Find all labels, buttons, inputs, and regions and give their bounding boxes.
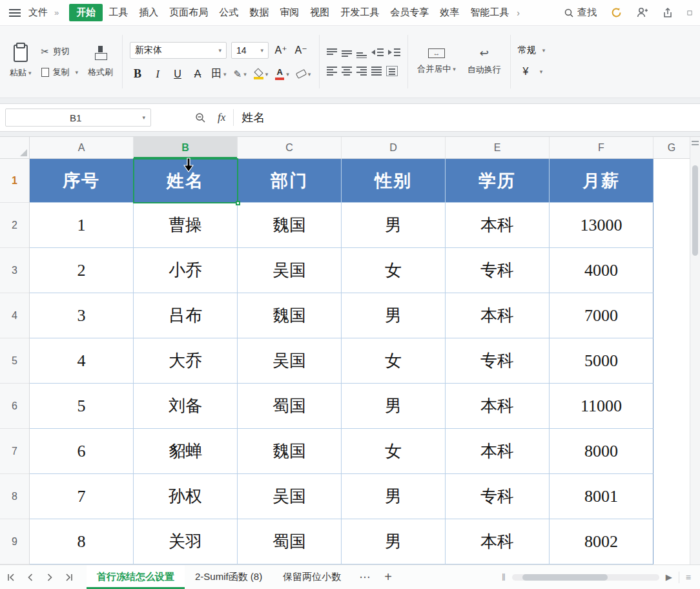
collapse-tabs-icon[interactable]: » (54, 8, 59, 17)
clear-format-button[interactable]: ▾ (295, 67, 313, 82)
menu-tab-10[interactable]: 效率 (435, 4, 464, 21)
align-left-button[interactable] (327, 66, 337, 76)
cell-F7[interactable]: 8000 (550, 429, 654, 474)
horizontal-scrollbar-thumb[interactable] (522, 574, 608, 581)
cell-D7[interactable]: 女 (342, 429, 446, 474)
align-middle-button[interactable] (342, 48, 352, 58)
cell-B9[interactable]: 关羽 (134, 519, 238, 564)
menu-tab-11[interactable]: 智能工具 (465, 4, 514, 21)
name-box[interactable]: B1 ▾ (5, 108, 151, 127)
cell-A6[interactable]: 5 (30, 384, 134, 429)
clipped-toolbar-icon[interactable] (687, 6, 692, 19)
sheet-tab-0[interactable]: 首行冻结怎么设置 (87, 565, 185, 589)
cut-button[interactable]: ✂ 剪切 (41, 46, 79, 57)
cell-F1[interactable]: 月薪 (550, 159, 654, 203)
cell-B6[interactable]: 刘备 (134, 384, 238, 429)
row-header-6[interactable]: 6 (0, 384, 29, 429)
cell-A5[interactable]: 4 (30, 338, 134, 384)
search-button[interactable]: 查找 (564, 6, 597, 19)
cell-F3[interactable]: 4000 (550, 248, 654, 293)
row-header-4[interactable]: 4 (0, 293, 29, 338)
cell-C7[interactable]: 魏国 (238, 429, 342, 474)
invite-user-button[interactable] (635, 6, 648, 19)
cell-C1[interactable]: 部门 (238, 159, 342, 203)
insert-function-button[interactable]: fx (218, 111, 225, 124)
cell-A3[interactable]: 2 (30, 248, 134, 293)
cell-E1[interactable]: 学历 (446, 159, 550, 203)
menu-tab-9[interactable]: 会员专享 (385, 4, 434, 21)
cell-G5[interactable] (654, 338, 690, 384)
menu-tab-5[interactable]: 数据 (244, 4, 274, 21)
select-all-corner[interactable] (0, 137, 30, 159)
cell-E8[interactable]: 专科 (446, 474, 550, 519)
zoom-formula-icon[interactable] (195, 112, 206, 123)
cell-D2[interactable]: 男 (342, 203, 446, 248)
sync-button[interactable] (610, 6, 623, 19)
vertical-scrollbar-thumb[interactable] (692, 165, 698, 256)
align-top-button[interactable] (327, 48, 337, 58)
cell-F6[interactable]: 11000 (550, 384, 654, 429)
menu-tab-2[interactable]: 插入 (134, 4, 163, 21)
align-center-button[interactable] (342, 66, 352, 76)
wrap-text-button[interactable]: ↩ 自动换行 (462, 31, 507, 92)
cell-F9[interactable]: 8002 (550, 519, 654, 564)
cell-D3[interactable]: 女 (342, 248, 446, 293)
paste-button[interactable]: 粘贴▾ (4, 31, 37, 92)
cell-E2[interactable]: 本科 (446, 203, 550, 248)
number-format-select[interactable]: 常规▾ (518, 45, 566, 56)
cell-E4[interactable]: 本科 (446, 293, 550, 338)
column-header-F[interactable]: F (550, 137, 654, 158)
cell-D9[interactable]: 男 (342, 519, 446, 564)
cell-D8[interactable]: 男 (342, 474, 446, 519)
distributed-align-button[interactable] (386, 66, 398, 76)
font-color-button[interactable]: A▾ (274, 67, 291, 82)
menu-tab-4[interactable]: 公式 (214, 4, 243, 21)
cell-E3[interactable]: 专科 (446, 248, 550, 293)
cell-C2[interactable]: 魏国 (238, 203, 342, 248)
cell-G1[interactable] (654, 159, 690, 203)
cell-A1[interactable]: 序号 (30, 159, 134, 203)
cell-G3[interactable] (654, 248, 690, 293)
cell-E6[interactable]: 本科 (446, 384, 550, 429)
column-header-B[interactable]: B (134, 137, 238, 158)
decrease-indent-button[interactable] (371, 48, 384, 58)
cell-F5[interactable]: 5000 (550, 338, 654, 384)
cell-C6[interactable]: 蜀国 (238, 384, 342, 429)
align-bottom-button[interactable] (356, 48, 367, 58)
cell-C4[interactable]: 魏国 (238, 293, 342, 338)
cell-G4[interactable] (654, 293, 690, 338)
cell-D6[interactable]: 男 (342, 384, 446, 429)
row-header-3[interactable]: 3 (0, 248, 29, 293)
copy-button[interactable]: 复制▾ (41, 67, 79, 78)
next-sheet-button[interactable] (45, 573, 54, 582)
more-sheets-button[interactable]: ⋯ (351, 570, 378, 584)
strikethrough-button[interactable]: A (190, 67, 205, 82)
name-box-dropdown-icon[interactable]: ▾ (142, 114, 145, 121)
cell-B8[interactable]: 孙权 (134, 474, 238, 519)
cell-C5[interactable]: 吴国 (238, 338, 342, 384)
cell-G8[interactable] (654, 474, 690, 519)
row-header-7[interactable]: 7 (0, 429, 29, 474)
cell-G6[interactable] (654, 384, 690, 429)
row-header-9[interactable]: 9 (0, 519, 29, 564)
scroll-right-button[interactable]: ▶ (666, 572, 672, 582)
format-painter-button[interactable]: 格式刷 (82, 31, 119, 92)
sheet-tab-2[interactable]: 保留两位小数 (273, 565, 351, 589)
column-header-C[interactable]: C (238, 137, 342, 158)
column-header-E[interactable]: E (446, 137, 550, 158)
justify-button[interactable] (371, 66, 382, 76)
row-header-1[interactable]: 1 (0, 159, 29, 203)
cell-E7[interactable]: 本科 (446, 429, 550, 474)
cell-D1[interactable]: 性别 (342, 159, 446, 203)
horizontal-scrollbar[interactable] (512, 574, 659, 581)
column-header-A[interactable]: A (30, 137, 134, 158)
column-header-G[interactable]: G (654, 137, 690, 158)
italic-button[interactable]: I (150, 67, 165, 82)
row-header-5[interactable]: 5 (0, 338, 29, 384)
sheet-tab-1[interactable]: 2-Sumif函数 (8) (185, 565, 273, 589)
file-menu[interactable]: 文件 (28, 6, 48, 19)
cell-A4[interactable]: 3 (30, 293, 134, 338)
cell-E9[interactable]: 本科 (446, 519, 550, 564)
cell-C8[interactable]: 吴国 (238, 474, 342, 519)
first-sheet-button[interactable] (6, 573, 15, 582)
